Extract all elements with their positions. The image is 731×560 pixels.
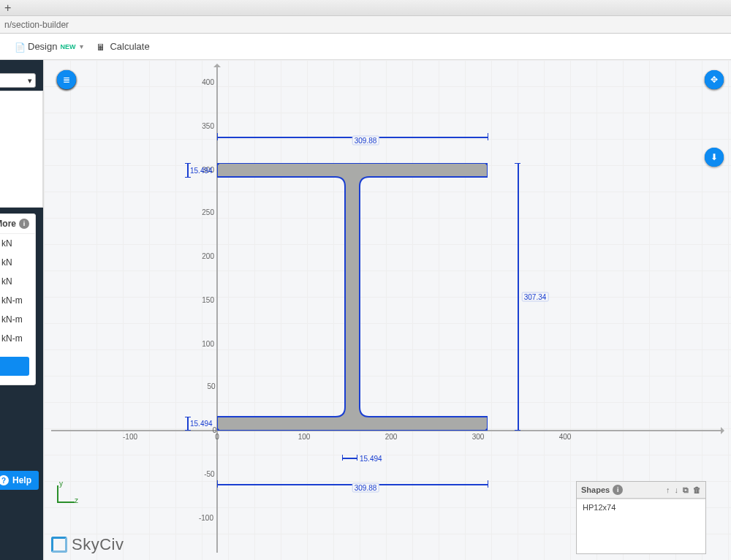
section-type-select[interactable]: ▾ bbox=[0, 73, 36, 88]
shape-entry[interactable]: HP12x74 bbox=[577, 499, 705, 515]
calculator-icon bbox=[96, 42, 105, 52]
load-row: kN-m bbox=[0, 291, 35, 310]
calculate-label: Calculate bbox=[110, 41, 149, 52]
new-tab-button[interactable]: + bbox=[4, 2, 11, 14]
document-icon bbox=[15, 42, 23, 52]
url-bar[interactable]: n/section-builder bbox=[0, 16, 731, 34]
y-tick: 250 bbox=[202, 208, 214, 216]
design-menu[interactable]: Design NEW ▾ bbox=[15, 41, 83, 52]
shapes-panel: Shapes i ↑ ↓ ⧉ 🗑 HP12x74 bbox=[576, 481, 706, 554]
x-tick: 0 bbox=[215, 433, 219, 441]
axis-gizmo: y z bbox=[57, 481, 79, 503]
browser-tabstrip: + bbox=[0, 0, 731, 16]
loads-panel: n More i kN kN kN kN-m kN-m kN-m bbox=[0, 213, 36, 385]
load-row: kN bbox=[0, 272, 35, 291]
design-label: Design bbox=[28, 41, 57, 52]
load-row: kN bbox=[0, 234, 35, 253]
section-canvas[interactable]: ↶ ≈ ◉ ▦ ✎ ≣ 🔍 🔍 ✥ 📷 ⬇ 400 350 300 250 20… bbox=[44, 60, 731, 560]
section-shape[interactable] bbox=[217, 163, 488, 431]
load-row: kN-m bbox=[0, 329, 35, 348]
delete-icon[interactable]: 🗑 bbox=[693, 485, 701, 495]
y-tick: 200 bbox=[202, 252, 214, 260]
run-button[interactable] bbox=[0, 357, 29, 376]
info-icon[interactable]: i bbox=[613, 485, 623, 495]
y-tick: 50 bbox=[208, 382, 216, 390]
logo-icon bbox=[51, 537, 67, 553]
y-tick: 100 bbox=[202, 340, 214, 348]
recenter-icon: ✥ bbox=[711, 75, 718, 85]
x-tick: 300 bbox=[472, 433, 485, 441]
download-icon: ⬇ bbox=[711, 152, 718, 162]
y-tick: 400 bbox=[202, 78, 214, 86]
dim-flange-t: 15.494 bbox=[190, 167, 213, 175]
load-row: kN bbox=[0, 253, 35, 272]
left-sidebar: ▾ n More i kN kN kN kN-m kN-m kN-m Help bbox=[0, 60, 44, 560]
loads-header: n More i bbox=[0, 214, 35, 234]
y-tick: 350 bbox=[202, 122, 214, 130]
brand-logo: SkyCiv bbox=[51, 535, 124, 554]
dim-flange-t: 15.494 bbox=[190, 420, 213, 428]
dim-width: 309.88 bbox=[352, 136, 379, 145]
x-tick: 200 bbox=[385, 433, 398, 441]
info-icon[interactable]: i bbox=[19, 219, 29, 229]
svg-point-1 bbox=[485, 163, 488, 165]
dim-web-t: 15.494 bbox=[360, 455, 382, 463]
sidebar-list bbox=[0, 91, 43, 208]
x-tick: -100 bbox=[123, 433, 137, 441]
help-button[interactable]: Help bbox=[0, 471, 39, 490]
shapes-title: Shapes bbox=[581, 485, 610, 494]
dim-height-line bbox=[518, 163, 519, 431]
dim-width: 309.88 bbox=[352, 483, 379, 493]
duplicate-icon[interactable]: ⧉ bbox=[683, 485, 689, 495]
y-tick: 150 bbox=[202, 296, 214, 304]
new-badge: NEW bbox=[60, 43, 75, 50]
shapes-body bbox=[577, 515, 705, 553]
chevron-down-icon: ▾ bbox=[80, 42, 83, 50]
url-text: n/section-builder bbox=[4, 20, 69, 30]
download-button[interactable]: ⬇ bbox=[705, 148, 724, 167]
move-down-icon[interactable]: ↓ bbox=[675, 485, 679, 495]
recenter-button[interactable]: ✥ bbox=[705, 70, 724, 89]
logo-text: SkyCiv bbox=[72, 535, 124, 554]
y-tick: -100 bbox=[199, 514, 213, 522]
y-tick: -50 bbox=[204, 470, 214, 478]
move-up-icon[interactable]: ↑ bbox=[666, 485, 670, 495]
x-tick: 400 bbox=[559, 433, 572, 441]
calculate-button[interactable]: Calculate bbox=[96, 41, 149, 52]
sliders-button[interactable]: ≣ bbox=[57, 70, 76, 89]
load-row: kN-m bbox=[0, 310, 35, 329]
x-tick: 100 bbox=[298, 433, 311, 441]
x-axis bbox=[51, 430, 724, 431]
app-toolbar: Design NEW ▾ Calculate bbox=[0, 34, 731, 60]
dim-height: 307.34 bbox=[522, 292, 549, 302]
